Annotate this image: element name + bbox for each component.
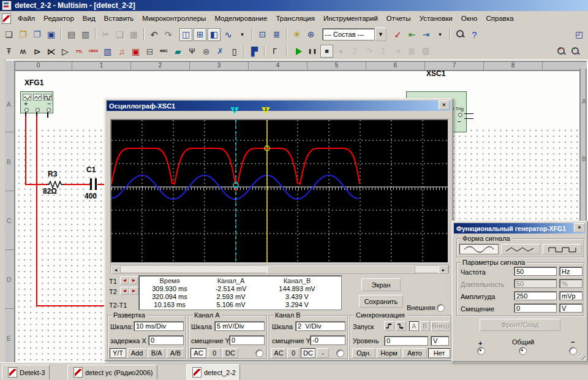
- diode-icon[interactable]: ⊳: [31, 45, 43, 58]
- trigger-falling-edge-icon[interactable]: [396, 321, 406, 331]
- channel-b-dc-button[interactable]: DC: [301, 348, 315, 358]
- dropdown-icon[interactable]: ▾: [434, 28, 447, 41]
- cmos-icon[interactable]: CMOS: [87, 45, 100, 58]
- menu-view[interactable]: Вид: [78, 13, 100, 24]
- pan-off-icon[interactable]: [419, 45, 432, 58]
- xfg1-terminal-common[interactable]: [36, 108, 40, 112]
- misc-digital-icon[interactable]: ▥: [101, 45, 114, 58]
- menu-tools[interactable]: Инструментарий: [319, 13, 382, 24]
- trigger-single-button[interactable]: Одн.: [352, 348, 375, 358]
- duty-input[interactable]: [514, 279, 557, 288]
- amplitude-input[interactable]: [514, 291, 557, 300]
- channel-b-zero-button[interactable]: 0: [287, 348, 300, 358]
- c1-capacitor-plate[interactable]: [95, 178, 97, 190]
- frequency-unit-input[interactable]: [559, 267, 582, 276]
- indicator-icon[interactable]: ▣: [129, 45, 142, 58]
- channel-a-radio[interactable]: [255, 349, 263, 357]
- t1-left-button[interactable]: ◄: [120, 276, 129, 284]
- screen-button[interactable]: Экран: [361, 278, 401, 291]
- combobox-dropdown-button[interactable]: ▼: [375, 28, 386, 41]
- menu-reports[interactable]: Отчеты: [382, 13, 415, 24]
- run-icon[interactable]: [292, 45, 305, 58]
- xfg1-terminal-plus[interactable]: [24, 108, 29, 112]
- paste-icon[interactable]: ▦: [127, 28, 140, 41]
- open-project-icon[interactable]: ❐: [31, 28, 43, 41]
- tab-detect-2-2[interactable]: detect_2-2: [186, 364, 240, 380]
- save-icon[interactable]: ▣: [45, 28, 58, 41]
- tab-detect-us-radio2006[interactable]: detect ус (Радио2006): [67, 365, 157, 379]
- misc-icon[interactable]: MISC: [157, 45, 170, 58]
- toggle-graph-icon[interactable]: ∿: [222, 28, 235, 41]
- trigger-source-a-button[interactable]: A: [409, 321, 419, 331]
- oscilloscope-title-bar[interactable]: Осциллограф-XSC1: [107, 101, 451, 111]
- t2-left-button[interactable]: ◄: [120, 287, 129, 295]
- timebase-scale-input[interactable]: [134, 321, 184, 331]
- r3-reference-label[interactable]: R3: [48, 170, 57, 178]
- xsc1-terminal[interactable]: [458, 113, 462, 117]
- calculator-icon[interactable]: ⊡: [256, 28, 269, 41]
- channel-b-minus-button[interactable]: -: [317, 348, 329, 358]
- database-icon[interactable]: ⊛: [304, 28, 317, 41]
- scope-screen[interactable]: [110, 119, 449, 264]
- electromech-icon[interactable]: ⊛: [200, 45, 213, 58]
- c1-capacitor-plate[interactable]: [90, 178, 92, 190]
- step-over-icon[interactable]: ↷: [363, 45, 375, 58]
- menu-edit[interactable]: Редактор: [39, 13, 78, 24]
- triangle-wave-button[interactable]: [501, 244, 540, 254]
- description-box-icon[interactable]: ◰: [573, 28, 586, 41]
- square-wave-button[interactable]: [543, 244, 582, 254]
- trigger-none-button[interactable]: Нет: [428, 348, 450, 358]
- zoom-out-icon[interactable]: −: [569, 45, 582, 58]
- pause-icon[interactable]: ❚❚: [306, 45, 319, 58]
- sine-wave-button[interactable]: [459, 244, 499, 254]
- xsc1-wire[interactable]: [464, 118, 473, 119]
- record-icon[interactable]: ●: [334, 45, 347, 58]
- trigger-normal-button[interactable]: Норм: [377, 348, 401, 358]
- mixed-icon[interactable]: ♫: [115, 45, 128, 58]
- ni-icon[interactable]: ✗: [214, 45, 227, 58]
- source-icon[interactable]: Ŧ: [2, 45, 15, 58]
- xfg1-component[interactable]: + −: [20, 91, 53, 113]
- offset-input[interactable]: [514, 303, 557, 313]
- t1-right-button[interactable]: ►: [129, 276, 138, 284]
- variant-combobox-value[interactable]: [322, 28, 375, 40]
- scroll-thumb[interactable]: [267, 265, 415, 274]
- undo-icon[interactable]: ↶: [148, 28, 160, 41]
- zoom-in-icon[interactable]: +: [555, 45, 568, 58]
- yt-mode-button[interactable]: Y/T: [110, 348, 126, 358]
- analog-icon[interactable]: ▷: [59, 45, 72, 58]
- basic-icon[interactable]: ʍ: [17, 45, 29, 58]
- trigger-auto-button[interactable]: Авто: [402, 348, 427, 358]
- menu-file[interactable]: Файл: [13, 13, 39, 24]
- offset-unit-input[interactable]: [559, 303, 582, 313]
- redo-icon[interactable]: ↷: [162, 28, 175, 41]
- channel-a-dc-button[interactable]: DC: [222, 348, 238, 358]
- cursor1-flag[interactable]: 1: [230, 107, 239, 114]
- amplitude-unit-input[interactable]: [559, 291, 582, 300]
- pan-icon[interactable]: [405, 45, 418, 58]
- channel-a-ac-button[interactable]: AC: [190, 348, 206, 358]
- title-bar[interactable]: detect_2-2 - Multisim - [detect_2-2]: [0, 0, 588, 11]
- trigger-source-ext-button[interactable]: Внеш: [431, 321, 450, 331]
- trigger-level-input[interactable]: [384, 336, 428, 346]
- menu-options[interactable]: Установки: [415, 13, 457, 24]
- menu-help[interactable]: Справка: [482, 13, 518, 24]
- transistor-icon[interactable]: ⋉: [45, 45, 58, 58]
- scroll-right-icon[interactable]: ►: [439, 265, 448, 274]
- rf-icon[interactable]: Ψ: [186, 45, 198, 58]
- copy-icon[interactable]: ❑: [113, 28, 126, 41]
- external-trigger-radio[interactable]: [437, 304, 445, 312]
- add-mode-button[interactable]: Add: [127, 348, 146, 358]
- toggle-project-icon[interactable]: ◫: [179, 28, 192, 41]
- variant-combobox[interactable]: ▼: [322, 28, 386, 41]
- help-icon[interactable]: ?: [468, 28, 481, 41]
- trigger-rising-edge-icon[interactable]: [384, 321, 394, 331]
- erc-check-icon[interactable]: ✓: [391, 28, 404, 41]
- xfg1-reference-label[interactable]: XFG1: [24, 78, 43, 87]
- print-preview-icon[interactable]: ▥: [79, 28, 92, 41]
- oscilloscope-close-icon[interactable]: ×: [439, 101, 450, 110]
- ba-mode-button[interactable]: B/A: [148, 348, 165, 358]
- trigger-level-unit-input[interactable]: [431, 336, 449, 346]
- funcgen-close-icon[interactable]: ×: [574, 223, 585, 232]
- new-part-icon[interactable]: ✳: [290, 28, 303, 41]
